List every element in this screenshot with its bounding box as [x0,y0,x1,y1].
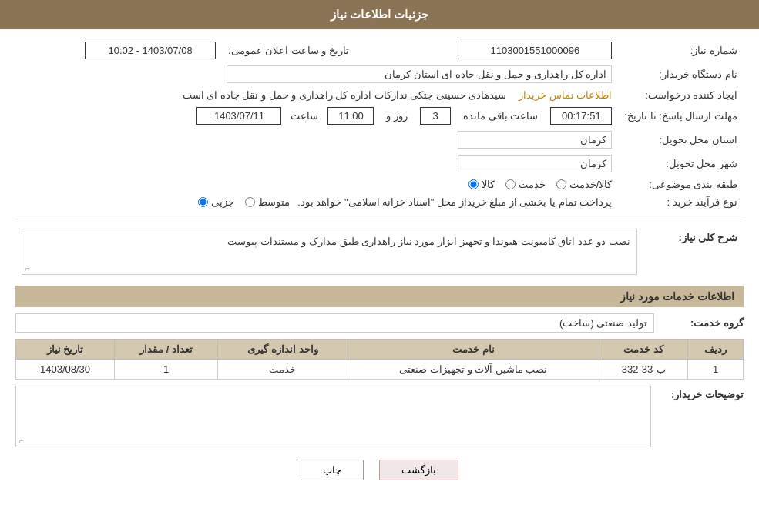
purchase-type-label: نوع فرآیند خرید : [618,193,744,211]
announcement-label: تاریخ و ساعت اعلان عمومی: [222,38,355,62]
purchase-type-row: نوع فرآیند خرید : جزیی متوسط [15,193,744,211]
col-qty: تعداد / مقدار [115,340,218,360]
buyer-org-value: اداره کل راهداری و حمل و نقل جاده ای است… [227,65,612,83]
description-row: شرح کلی نیاز: نصب دو عدد اتاق کامیونت هی… [15,226,744,278]
page-wrapper: جزئیات اطلاعات نیاز شماره نیاز: 11030015… [0,0,759,532]
deadline-days: 3 [420,107,451,125]
cell-date: 1403/08/30 [16,360,115,380]
need-number-row: شماره نیاز: 1103001551000096 تاریخ و ساع… [15,38,744,62]
buyer-description-box [15,386,651,447]
page-header: جزئیات اطلاعات نیاز [0,0,759,29]
city-row: شهر محل تحویل: کرمان [15,152,744,176]
deadline-time-label: ساعت [291,110,318,122]
purchase-option-jozi[interactable]: جزیی [198,196,234,208]
print-button[interactable]: چاپ [301,460,364,480]
purchase-option-motevaset[interactable]: متوسط [245,196,290,208]
group-row: گروه خدمت: تولید صنعتی (ساخت) [15,313,744,333]
group-value: تولید صنعتی (ساخت) [15,313,654,333]
services-table-header-row: ردیف کد خدمت نام خدمت واحد اندازه گیری ت… [16,340,744,360]
deadline-remaining-label: ساعت باقی مانده [463,110,538,122]
col-unit: واحد اندازه گیری [218,340,348,360]
need-number-value: 1103001551000096 [458,42,612,59]
buyer-org-label: نام دستگاه خریدار: [618,62,744,86]
cell-name: نصب ماشین آلات و تجهیزات صنعتی [348,360,599,380]
buyer-org-row: نام دستگاه خریدار: اداره کل راهداری و حم… [15,62,744,86]
services-section-title: اطلاعات خدمات مورد نیاز [15,286,744,307]
announcement-value: 1403/07/08 - 10:02 [85,42,216,59]
subject-option-khedmat[interactable]: خدمت [505,179,546,190]
delivery-city-value: کرمان [458,155,612,172]
delivery-city-label: شهر محل تحویل: [618,152,744,176]
deadline-time: 11:00 [327,107,374,125]
cell-unit: خدمت [218,360,348,380]
cell-qty: 1 [115,360,218,380]
services-table: ردیف کد خدمت نام خدمت واحد اندازه گیری ت… [15,339,744,380]
col-date: تاریخ نیاز [16,340,115,360]
cell-code: ب-33-332 [599,360,688,380]
description-box: نصب دو عدد اتاق کامیونت هیوندا و تجهیز ا… [22,229,637,275]
group-label: گروه خدمت: [667,317,744,329]
deadline-label: مهلت ارسال پاسخ: تا تاریخ: [618,104,744,128]
buyer-description-row: توضیحات خریدار: [15,386,744,447]
page-title: جزئیات اطلاعات نیاز [331,8,428,21]
subject-option-kala[interactable]: کالا [468,179,495,190]
services-table-body: 1 ب-33-332 نصب ماشین آلات و تجهیزات صنعت… [16,360,744,380]
services-table-header: ردیف کد خدمت نام خدمت واحد اندازه گیری ت… [16,340,744,360]
description-text: نصب دو عدد اتاق کامیونت هیوندا و تجهیز ا… [227,236,630,247]
col-code: کد خدمت [599,340,688,360]
deadline-days-label: روز و [386,110,408,122]
buyer-description-label: توضیحات خریدار: [659,386,744,400]
description-label: شرح کلی نیاز: [643,226,744,278]
deadline-remaining: 00:17:51 [550,107,612,125]
subject-option-kala-khedmat[interactable]: کالا/خدمت [556,179,613,190]
deadline-row: مهلت ارسال پاسخ: تا تاریخ: 1403/07/11 سا… [15,104,744,128]
subject-row: طبقه بندی موضوعی: کالا خدمت کالا/خدمت [15,176,744,193]
province-row: استان محل تحویل: کرمان [15,128,744,152]
col-row: ردیف [688,340,744,360]
need-number-label: شماره نیاز: [618,38,744,62]
creator-value: سیدهادی حسینی جتکی ندارکات اداره کل راهد… [183,89,507,101]
delivery-province-value: کرمان [458,131,612,149]
separator-1 [15,219,744,219]
main-info-table: شماره نیاز: 1103001551000096 تاریخ و ساع… [15,38,744,211]
table-row: 1 ب-33-332 نصب ماشین آلات و تجهیزات صنعت… [16,360,744,380]
deadline-date: 1403/07/11 [196,107,281,125]
description-table: شرح کلی نیاز: نصب دو عدد اتاق کامیونت هی… [15,226,744,278]
main-content: شماره نیاز: 1103001551000096 تاریخ و ساع… [0,29,759,497]
creator-row: ایجاد کننده درخواست: اطلاعات تماس خریدار… [15,86,744,104]
subject-label: طبقه بندی موضوعی: [618,176,744,193]
button-area: بازگشت چاپ [15,460,744,480]
col-name: نام خدمت [348,340,599,360]
back-button[interactable]: بازگشت [379,460,458,480]
purchase-note: پرداخت تمام یا بخشی از مبلغ خریداز محل "… [297,196,612,208]
cell-row: 1 [688,360,744,380]
creator-label: ایجاد کننده درخواست: [618,86,744,104]
creator-link[interactable]: اطلاعات تماس خریدار [519,89,612,101]
delivery-province-label: استان محل تحویل: [618,128,744,152]
